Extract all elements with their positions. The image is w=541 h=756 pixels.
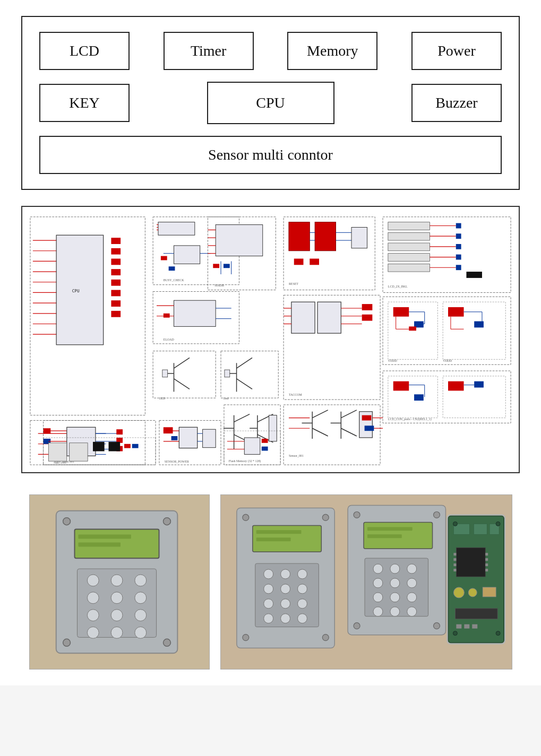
svg-rect-99 xyxy=(388,232,430,240)
svg-rect-210 xyxy=(203,429,216,447)
svg-point-255 xyxy=(297,569,307,579)
svg-rect-309 xyxy=(472,624,477,629)
svg-rect-271 xyxy=(367,527,412,531)
svg-text:TACCOM: TACCOM xyxy=(289,393,302,396)
svg-text:LCD_2X_BKL: LCD_2X_BKL xyxy=(388,285,408,288)
svg-rect-190 xyxy=(262,447,268,451)
svg-point-239 xyxy=(134,610,146,621)
block-timer: Timer xyxy=(164,32,254,70)
svg-rect-28 xyxy=(111,280,121,286)
svg-rect-108 xyxy=(456,223,461,229)
svg-point-262 xyxy=(263,614,273,623)
svg-rect-154 xyxy=(362,304,373,310)
svg-point-257 xyxy=(280,584,290,594)
svg-rect-98 xyxy=(388,222,430,230)
svg-rect-294 xyxy=(453,569,456,571)
svg-rect-111 xyxy=(456,255,461,260)
svg-text:LCD_CON_ports - CN2(REL1_1): LCD_CON_ports - CN2(REL1_1) xyxy=(388,418,432,422)
svg-rect-24 xyxy=(111,238,121,244)
svg-rect-126 xyxy=(448,307,464,317)
svg-point-299 xyxy=(453,587,464,598)
svg-rect-218 xyxy=(124,444,131,448)
svg-point-266 xyxy=(354,511,360,518)
svg-rect-215 xyxy=(70,443,88,461)
svg-rect-214 xyxy=(48,443,66,461)
svg-rect-47 xyxy=(174,246,200,264)
block-diagram: LCD Timer Memory Power KEY CPU Buzzer xyxy=(21,16,520,190)
page: LCD Timer Memory Power KEY CPU Buzzer xyxy=(0,0,541,685)
svg-point-264 xyxy=(297,614,307,623)
svg-rect-141 xyxy=(448,381,464,391)
svg-text:RESET: RESET xyxy=(289,282,298,285)
svg-rect-307 xyxy=(456,624,461,629)
svg-rect-209 xyxy=(171,436,178,440)
svg-point-247 xyxy=(242,635,248,641)
svg-rect-251 xyxy=(256,537,290,541)
svg-point-300 xyxy=(468,588,477,597)
svg-point-275 xyxy=(390,564,399,573)
svg-rect-43 xyxy=(158,222,195,236)
svg-rect-77 xyxy=(162,370,168,377)
svg-point-231 xyxy=(87,575,99,586)
svg-rect-291 xyxy=(453,553,456,555)
svg-rect-172 xyxy=(362,415,372,421)
svg-rect-136 xyxy=(393,381,409,391)
svg-point-259 xyxy=(263,599,273,609)
svg-rect-100 xyxy=(388,243,430,251)
svg-rect-101 xyxy=(388,254,430,262)
svg-point-226 xyxy=(163,639,170,646)
svg-rect-113 xyxy=(466,272,482,278)
block-buzzer: Buzzer xyxy=(411,84,502,122)
svg-rect-59 xyxy=(213,264,219,268)
svg-rect-250 xyxy=(256,530,301,534)
svg-rect-22 xyxy=(56,235,104,345)
block-sensor: Sensor multi conntor xyxy=(39,136,502,174)
svg-rect-50 xyxy=(161,256,167,260)
svg-point-283 xyxy=(373,607,382,616)
svg-point-256 xyxy=(263,584,273,594)
svg-rect-26 xyxy=(111,259,121,265)
block-row-1: LCD Timer Memory Power xyxy=(39,32,502,70)
svg-point-235 xyxy=(111,592,123,604)
svg-rect-298 xyxy=(485,569,488,571)
svg-rect-286 xyxy=(448,516,504,642)
svg-point-238 xyxy=(111,610,123,621)
svg-point-282 xyxy=(407,593,416,602)
svg-point-224 xyxy=(163,518,170,525)
svg-rect-228 xyxy=(78,535,131,539)
svg-text:SENSOR_POWER: SENSOR_POWER xyxy=(165,460,189,463)
schematic-inner: CPU xyxy=(28,212,513,467)
svg-point-269 xyxy=(433,623,440,629)
svg-point-236 xyxy=(134,592,146,604)
svg-rect-155 xyxy=(362,315,373,321)
svg-text:Nano_1 001: Nano_1 001 xyxy=(54,462,67,464)
svg-point-240 xyxy=(87,627,99,639)
svg-rect-296 xyxy=(485,558,488,561)
svg-text:LED: LED xyxy=(159,397,166,400)
svg-point-246 xyxy=(322,514,329,520)
svg-point-304 xyxy=(496,522,500,526)
block-memory: Memory xyxy=(287,32,377,70)
schematic-svg: CPU xyxy=(28,212,513,467)
svg-point-276 xyxy=(407,564,416,573)
svg-rect-27 xyxy=(111,269,121,275)
svg-rect-302 xyxy=(455,609,497,619)
photos-section xyxy=(21,494,520,670)
svg-rect-219 xyxy=(132,444,139,448)
svg-text:VDDD: VDDD xyxy=(443,359,452,362)
svg-point-254 xyxy=(280,569,290,579)
svg-rect-146 xyxy=(291,302,315,333)
svg-point-232 xyxy=(111,575,123,586)
svg-point-280 xyxy=(373,593,382,602)
svg-text:ELOAD: ELOAD xyxy=(164,338,175,341)
svg-point-242 xyxy=(134,627,146,639)
svg-rect-143 xyxy=(474,381,484,388)
svg-text:Flash Memory (32 * 128): Flash Memory (32 * 128) xyxy=(229,459,261,463)
svg-point-253 xyxy=(263,569,273,579)
svg-point-284 xyxy=(390,607,399,616)
svg-rect-150 xyxy=(317,302,341,333)
svg-rect-124 xyxy=(409,326,416,331)
photo-device-pcb xyxy=(220,494,512,670)
svg-rect-29 xyxy=(111,290,121,297)
svg-rect-93 xyxy=(351,227,367,248)
